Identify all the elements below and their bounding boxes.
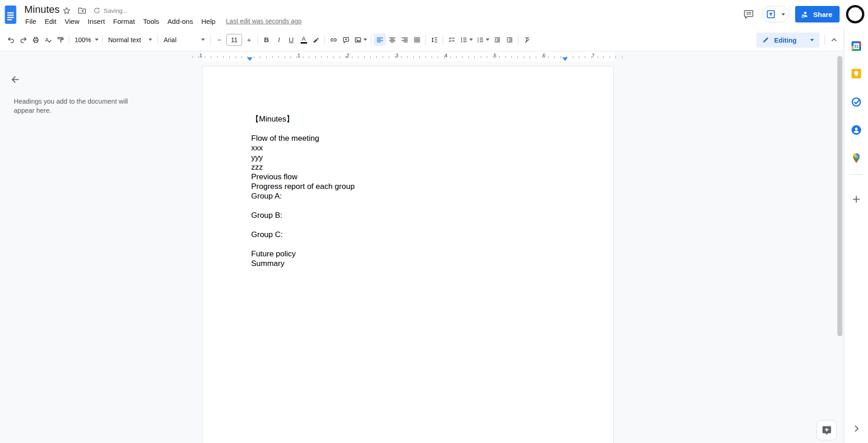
get-addons-icon[interactable] [851,194,862,205]
editing-mode-caret [810,39,814,41]
outline-back-button[interactable] [7,72,23,87]
clear-formatting-button[interactable] [521,33,533,46]
explore-button[interactable] [817,420,837,440]
image-caret [363,39,367,41]
comment-history-icon[interactable] [742,7,756,21]
outline-empty-message: Headings you add to the document will ap… [14,97,132,115]
doc-line[interactable]: Group B: [251,210,577,220]
align-center-button[interactable] [386,33,398,46]
sidebar-divider [850,174,863,175]
svg-text:A: A [45,37,49,42]
ruler-number: 5 [492,53,498,58]
italic-button[interactable]: I [273,33,285,46]
ruler-number: 7 [590,53,596,58]
show-side-panel-icon[interactable] [851,423,862,434]
insert-link-button[interactable] [327,33,340,46]
document-title[interactable]: Minutes [24,4,60,16]
undo-button[interactable] [5,33,17,46]
tasks-icon[interactable] [851,96,862,108]
bulleted-list-button[interactable] [458,33,474,46]
menu-tools[interactable]: Tools [139,16,163,27]
paragraph-style-select[interactable]: Normal text [105,33,155,46]
document-canvas: Headings you add to the document will ap… [0,61,844,443]
doc-line[interactable]: yyy [251,153,577,162]
font-family-select[interactable]: Arial [160,33,208,46]
menu-view[interactable]: View [60,16,83,27]
editing-mode-select[interactable]: Editing [756,33,819,48]
share-button[interactable]: Share [795,6,840,22]
saving-indicator: Saving... [93,6,128,15]
contacts-icon[interactable] [851,124,862,136]
doc-line[interactable]: Future policy [251,249,577,259]
insert-image-button[interactable] [352,33,368,46]
doc-line[interactable]: Previous flow [251,172,577,182]
doc-line[interactable] [251,201,577,210]
numbered-list-button[interactable]: 123 [474,33,491,46]
bold-button[interactable]: B [260,33,273,46]
align-justify-button[interactable] [411,33,423,46]
menu-addons[interactable]: Add-ons [163,16,197,27]
doc-line[interactable]: 【Minutes】 [251,114,577,124]
increase-indent-button[interactable] [503,33,516,46]
underline-button[interactable]: U [285,33,297,46]
toolbar-separator [324,35,325,45]
spellcheck-button[interactable]: A [42,33,54,46]
font-family-value: Arial [164,36,176,44]
doc-line[interactable] [251,239,577,249]
doc-line[interactable]: Progress report of each group [251,182,577,191]
ruler-ticks [192,56,625,58]
doc-line[interactable]: zzz [251,162,577,172]
doc-line[interactable]: Group A: [251,191,577,201]
highlight-color-button[interactable] [310,33,322,46]
vertical-scrollbar-thumb[interactable] [837,56,842,336]
font-size-input[interactable]: 11 [226,34,242,46]
redo-button[interactable] [17,33,29,46]
left-indent-marker[interactable] [247,57,253,61]
decrease-indent-button[interactable] [491,33,503,46]
bulleted-list-caret [469,39,473,41]
toolbar-separator [158,35,158,45]
text-color-button[interactable]: A [297,33,310,46]
toolbar: A 100% Normal text Arial − 11 + B I U A [0,28,868,51]
document-page[interactable]: 【Minutes】Flow of the meetingxxxyyyzzzPre… [202,66,614,443]
text-color-swatch [301,42,307,44]
editing-mode-label: Editing [774,37,797,44]
decrease-font-size-button[interactable]: − [213,33,225,46]
align-right-button[interactable] [398,33,411,46]
docs-logo-icon[interactable] [5,5,16,24]
keep-icon[interactable] [851,68,862,79]
ruler-number: 6 [541,53,547,58]
hide-menus-button[interactable] [828,33,840,46]
doc-line[interactable] [251,220,577,230]
present-button[interactable] [762,6,789,22]
doc-line[interactable] [251,124,577,133]
back-arrow-icon [10,74,21,85]
saving-status-text: Saving... [104,7,128,14]
maps-icon[interactable] [851,152,862,164]
doc-line[interactable]: xxx [251,143,577,153]
ruler-number: 1 [296,53,302,58]
present-icon [766,9,776,19]
print-button[interactable] [29,33,42,46]
line-spacing-button[interactable] [428,33,440,46]
paint-format-button[interactable] [54,33,66,46]
calendar-icon[interactable]: 31 [851,40,862,52]
menu-help[interactable]: Help [197,16,220,27]
menu-insert[interactable]: Insert [83,16,109,27]
last-edit-link[interactable]: Last edit was seconds ago [226,17,302,25]
align-left-button[interactable] [374,33,386,46]
increase-font-size-button[interactable]: + [243,33,255,46]
doc-line[interactable]: Flow of the meeting [251,133,577,143]
menu-format[interactable]: Format [109,16,139,27]
right-indent-marker[interactable] [562,57,568,61]
account-avatar[interactable] [846,5,864,23]
toolbar-separator [102,35,103,45]
menu-edit[interactable]: Edit [40,16,60,27]
zoom-select[interactable]: 100% [71,33,100,46]
doc-line[interactable]: Summary [251,259,577,268]
insert-comment-button[interactable] [340,33,352,46]
menu-file[interactable]: File [21,16,40,27]
checklist-button[interactable] [445,33,458,46]
toolbar-separator [824,35,825,45]
doc-line[interactable]: Group C: [251,230,577,239]
